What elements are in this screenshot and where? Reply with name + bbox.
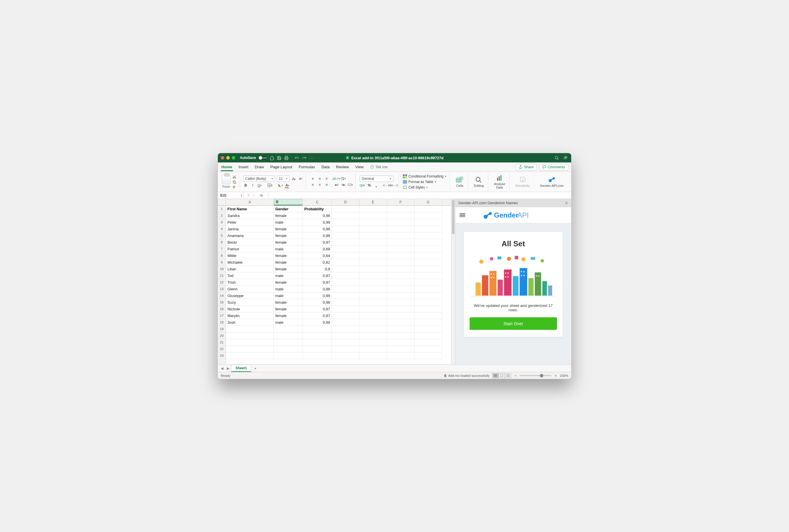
- column-header[interactable]: C: [303, 199, 332, 205]
- cell[interactable]: [360, 279, 387, 286]
- cell[interactable]: [415, 259, 442, 266]
- fx-label[interactable]: fx: [258, 193, 265, 197]
- cell[interactable]: [415, 353, 442, 359]
- cell[interactable]: [387, 272, 415, 279]
- redo-icon[interactable]: [302, 156, 306, 160]
- merge-icon[interactable]: ▾: [348, 182, 353, 187]
- cell[interactable]: [332, 279, 360, 286]
- cell[interactable]: [387, 292, 415, 299]
- cell[interactable]: [332, 332, 360, 339]
- cell[interactable]: [360, 259, 387, 266]
- row-header[interactable]: 8: [218, 252, 226, 259]
- cell[interactable]: Sandra: [226, 212, 274, 219]
- increase-indent-icon[interactable]: ≡▸: [341, 182, 346, 187]
- close-pane-icon[interactable]: ✕: [565, 201, 568, 205]
- column-header[interactable]: B: [274, 199, 303, 205]
- cell[interactable]: [274, 326, 303, 332]
- column-header[interactable]: E: [360, 199, 387, 205]
- conditional-formatting-button[interactable]: Conditional Formatting▾: [403, 174, 447, 179]
- cell[interactable]: female: [274, 312, 303, 319]
- cell[interactable]: 0,98: [303, 299, 332, 306]
- currency-icon[interactable]: ▾: [360, 183, 365, 188]
- cell[interactable]: [360, 319, 387, 326]
- copy-icon[interactable]: [232, 180, 236, 184]
- bold-button[interactable]: B: [243, 183, 248, 188]
- sheet-nav-prev[interactable]: ◀: [219, 366, 225, 370]
- analyse-data-group[interactable]: Analyse Data: [490, 173, 509, 191]
- share-button[interactable]: Share: [516, 164, 537, 170]
- decrease-decimal-icon[interactable]: .00→.0: [391, 183, 396, 188]
- cell[interactable]: Becki: [226, 239, 274, 246]
- tab-review[interactable]: Review: [335, 163, 349, 171]
- column-header[interactable]: F: [387, 199, 415, 205]
- row-header[interactable]: 22: [218, 346, 226, 353]
- cell[interactable]: [415, 272, 442, 279]
- tab-view[interactable]: View: [355, 163, 364, 171]
- cell[interactable]: [415, 279, 442, 286]
- number-format-select[interactable]: General▾: [360, 175, 393, 182]
- row-header[interactable]: 4: [218, 226, 226, 232]
- cell[interactable]: [415, 226, 442, 232]
- cell[interactable]: [387, 266, 415, 272]
- cell[interactable]: [226, 332, 274, 339]
- start-over-button[interactable]: Start Over: [469, 317, 557, 330]
- tab-formulas[interactable]: Formulas: [298, 163, 315, 171]
- cell[interactable]: 0,97: [303, 239, 332, 246]
- cell[interactable]: Giuseppe: [226, 292, 274, 299]
- cell[interactable]: Probability: [303, 206, 332, 212]
- save-icon[interactable]: [277, 156, 281, 160]
- cell[interactable]: [415, 246, 442, 252]
- cell[interactable]: 0,9: [303, 266, 332, 272]
- cell[interactable]: [360, 232, 387, 239]
- cell[interactable]: female: [274, 279, 303, 286]
- row-header[interactable]: 5: [218, 232, 226, 239]
- select-all-corner[interactable]: [218, 199, 226, 206]
- cell[interactable]: [332, 212, 360, 219]
- cell[interactable]: [360, 306, 387, 312]
- comma-icon[interactable]: ,: [373, 183, 379, 188]
- sheet-nav-next[interactable]: ▶: [225, 366, 231, 370]
- increase-font-icon[interactable]: A▴: [291, 176, 296, 181]
- cell[interactable]: Glenn: [226, 286, 274, 292]
- cell[interactable]: [332, 326, 360, 332]
- cell[interactable]: male: [274, 219, 303, 226]
- row-header[interactable]: 11: [218, 272, 226, 279]
- cell[interactable]: 0,98: [303, 226, 332, 232]
- cell[interactable]: [332, 272, 360, 279]
- align-left-icon[interactable]: ≡: [310, 182, 315, 187]
- cell[interactable]: [415, 299, 442, 306]
- tab-draw[interactable]: Draw: [254, 163, 265, 171]
- align-center-icon[interactable]: ≡: [317, 182, 322, 187]
- cell[interactable]: [332, 312, 360, 319]
- cell[interactable]: [387, 206, 415, 212]
- cell[interactable]: [360, 212, 387, 219]
- search-icon[interactable]: [554, 155, 559, 160]
- cell[interactable]: 0,97: [303, 279, 332, 286]
- align-middle-icon[interactable]: ≡: [317, 176, 322, 181]
- cell[interactable]: [387, 279, 415, 286]
- cell[interactable]: [415, 212, 442, 219]
- cell[interactable]: [360, 272, 387, 279]
- row-header[interactable]: 18: [218, 319, 226, 326]
- cell[interactable]: Peter: [226, 219, 274, 226]
- cell[interactable]: [332, 306, 360, 312]
- zoom-in-button[interactable]: +: [554, 373, 557, 378]
- cell[interactable]: 0,97: [303, 312, 332, 319]
- cell[interactable]: [360, 353, 387, 359]
- cell[interactable]: female: [274, 266, 303, 272]
- underline-button[interactable]: U▾: [257, 183, 262, 188]
- tab-data[interactable]: Data: [321, 163, 330, 171]
- cell[interactable]: Mittie: [226, 252, 274, 259]
- zoom-slider[interactable]: [520, 375, 552, 376]
- row-header[interactable]: 2: [218, 212, 226, 219]
- cell[interactable]: [387, 239, 415, 246]
- cell[interactable]: [274, 339, 303, 346]
- row-header[interactable]: 21: [218, 339, 226, 346]
- align-right-icon[interactable]: ≡: [324, 182, 329, 187]
- cell[interactable]: male: [274, 272, 303, 279]
- cell[interactable]: Michaele: [226, 259, 274, 266]
- cell[interactable]: [415, 286, 442, 292]
- row-header[interactable]: 13: [218, 286, 226, 292]
- column-header[interactable]: A: [226, 199, 274, 205]
- cell[interactable]: 0,98: [303, 212, 332, 219]
